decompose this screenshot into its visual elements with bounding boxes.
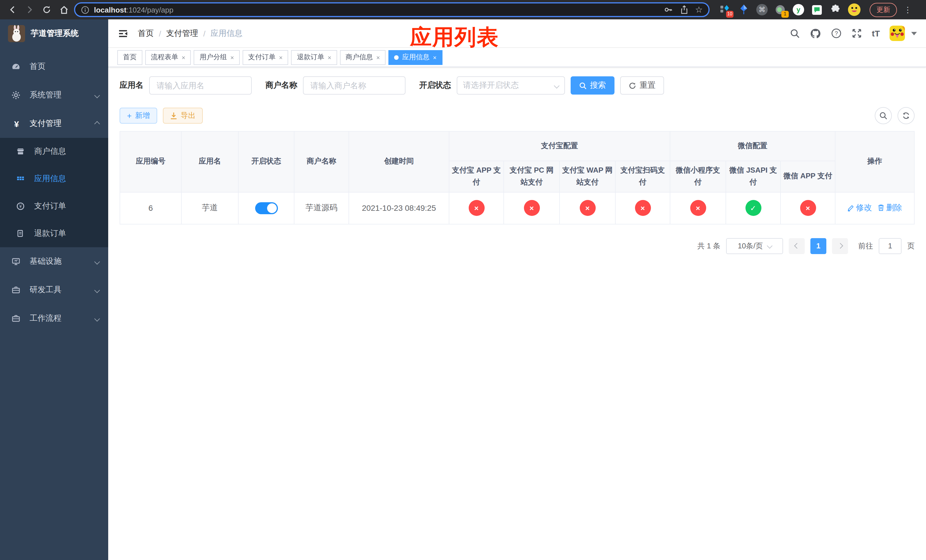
col-header-wx-jsapi: 微信 JSAPI 支付 bbox=[726, 161, 781, 192]
next-page-button[interactable] bbox=[832, 238, 848, 254]
close-icon[interactable]: × bbox=[433, 54, 437, 61]
app-name-input[interactable] bbox=[149, 76, 252, 95]
chevron-left-icon bbox=[794, 243, 800, 249]
reset-button[interactable]: 重置 bbox=[620, 76, 664, 95]
sidebar-item-home[interactable]: 首页 bbox=[0, 52, 108, 81]
chevron-down-icon bbox=[94, 92, 100, 98]
sidebar-item-pay-order[interactable]: ¥ 支付订单 bbox=[0, 192, 108, 220]
sidebar-item-devtools[interactable]: 研发工具 bbox=[0, 276, 108, 304]
chevron-right-icon bbox=[837, 243, 843, 249]
sidebar-item-label: 研发工具 bbox=[30, 285, 87, 295]
breadcrumb-level1[interactable]: 支付管理 bbox=[166, 28, 198, 38]
app-title: 芋道管理系统 bbox=[31, 29, 79, 39]
extensions-puzzle-icon[interactable] bbox=[829, 3, 842, 16]
browser-toolbar: localhost:1024/pay/app ☆ 10 ⌘ bbox=[0, 0, 926, 20]
status-toggle[interactable] bbox=[255, 202, 278, 214]
close-icon[interactable]: × bbox=[328, 54, 331, 61]
browser-update-button[interactable]: 更新 bbox=[870, 3, 897, 17]
tab-merchant-info[interactable]: 商户信息× bbox=[340, 50, 386, 65]
sidebar-item-merchant[interactable]: 商户信息 bbox=[0, 138, 108, 165]
add-button[interactable]: + 新增 bbox=[120, 107, 157, 124]
sidebar-item-pay[interactable]: ¥ 支付管理 bbox=[0, 109, 108, 138]
page-size-select[interactable]: 10条/页 bbox=[726, 238, 783, 254]
tab-user-group[interactable]: 用户分组× bbox=[194, 50, 240, 65]
browser-menu-icon[interactable]: ⋮ bbox=[904, 5, 912, 14]
url-bar[interactable]: localhost:1024/pay/app ☆ bbox=[74, 2, 710, 17]
show-search-icon-button[interactable] bbox=[875, 107, 892, 124]
app-table: 应用编号 应用名 开启状态 商户名称 创建时间 支付宝配置 微信配置 操作 支付… bbox=[120, 131, 915, 224]
reload-icon[interactable] bbox=[40, 3, 53, 17]
font-size-icon[interactable]: tT bbox=[872, 29, 880, 38]
chevron-down-icon bbox=[554, 83, 560, 88]
kite-extension-icon[interactable] bbox=[737, 3, 750, 16]
chat-extension-icon[interactable] bbox=[810, 3, 823, 16]
col-header-app-name: 应用名 bbox=[182, 131, 238, 192]
merchant-name-input[interactable] bbox=[303, 76, 406, 95]
status-select[interactable]: 请选择开启状态 bbox=[457, 76, 565, 95]
close-icon[interactable]: × bbox=[377, 54, 380, 61]
toolbox-icon bbox=[11, 285, 22, 295]
profile-avatar[interactable] bbox=[848, 3, 861, 16]
col-header-app-id: 应用编号 bbox=[120, 131, 182, 192]
monitor-icon bbox=[11, 257, 22, 266]
sidebar-collapse-icon[interactable] bbox=[117, 28, 129, 39]
chevron-down-icon bbox=[767, 243, 772, 249]
tab-refund-order[interactable]: 退款订单× bbox=[291, 50, 337, 65]
search-button[interactable]: 搜索 bbox=[570, 76, 614, 95]
site-info-icon[interactable] bbox=[81, 5, 89, 14]
sidebar-item-infra[interactable]: 基础设施 bbox=[0, 247, 108, 276]
help-icon[interactable]: ? bbox=[831, 28, 842, 39]
col-header-created: 创建时间 bbox=[349, 131, 449, 192]
close-icon[interactable]: × bbox=[182, 54, 185, 61]
goto-label: 前往 bbox=[858, 241, 873, 251]
export-button[interactable]: 导出 bbox=[163, 107, 203, 124]
top-navbar: 首页 / 支付管理 / 应用信息 应用列表 ? bbox=[108, 20, 926, 48]
close-icon[interactable]: × bbox=[279, 54, 283, 61]
delete-link[interactable]: 删除 bbox=[878, 203, 902, 213]
user-avatar[interactable] bbox=[890, 26, 905, 41]
github-icon[interactable] bbox=[810, 28, 821, 39]
group-header-alipay: 支付宝配置 bbox=[449, 131, 670, 161]
sidebar-item-system[interactable]: 系统管理 bbox=[0, 81, 108, 109]
goto-page-input[interactable] bbox=[879, 238, 902, 254]
tab-process-form[interactable]: 流程表单× bbox=[145, 50, 191, 65]
gear-icon bbox=[11, 91, 22, 100]
alipay-scan-disabled-icon: × bbox=[635, 200, 651, 216]
password-key-icon[interactable] bbox=[664, 5, 673, 14]
alipay-pc-disabled-icon: × bbox=[524, 200, 540, 216]
extension-blocks-icon[interactable]: 10 bbox=[719, 3, 731, 16]
fullscreen-icon[interactable] bbox=[851, 28, 862, 39]
pencil-icon bbox=[847, 205, 854, 212]
sidebar-item-workflow[interactable]: 工作流程 bbox=[0, 304, 108, 333]
tab-pay-order[interactable]: 支付订单× bbox=[243, 50, 289, 65]
home-icon[interactable] bbox=[57, 3, 71, 17]
extension-badge: 10 bbox=[726, 11, 734, 18]
edit-link[interactable]: 修改 bbox=[847, 203, 872, 213]
sidebar-item-app-info[interactable]: 应用信息 bbox=[0, 165, 108, 192]
bookmark-star-icon[interactable]: ☆ bbox=[695, 5, 703, 15]
tab-app-info[interactable]: 应用信息× bbox=[388, 50, 442, 65]
sidebar: 芋道管理系统 首页 系统管理 ¥ 支付管 bbox=[0, 20, 108, 560]
y-logo-extension-icon[interactable]: y bbox=[793, 4, 804, 15]
breadcrumb-current: 应用信息 bbox=[211, 28, 243, 38]
sidebar-item-refund-order[interactable]: 退款订单 bbox=[0, 220, 108, 247]
forward-icon[interactable] bbox=[23, 3, 36, 17]
refresh-icon-button[interactable] bbox=[897, 107, 915, 124]
cell-merchant: 芋道源码 bbox=[294, 192, 349, 224]
tab-home[interactable]: 首页 bbox=[117, 50, 142, 65]
breadcrumb-home[interactable]: 首页 bbox=[138, 28, 154, 38]
avatar-caret-icon[interactable] bbox=[911, 32, 917, 35]
cell-status bbox=[238, 192, 294, 224]
close-icon[interactable]: × bbox=[230, 54, 234, 61]
command-extension-icon[interactable]: ⌘ bbox=[756, 4, 768, 15]
tags-view-bar: 首页 流程表单× 用户分组× 支付订单× 退款订单× 商户信息× 应用信息× bbox=[108, 48, 926, 67]
sidebar-logo[interactable]: 芋道管理系统 bbox=[0, 20, 108, 48]
page-number-1[interactable]: 1 bbox=[810, 238, 826, 254]
search-icon[interactable] bbox=[790, 28, 800, 38]
recorder-extension-icon[interactable]: 1 bbox=[774, 3, 787, 16]
share-icon[interactable] bbox=[680, 5, 688, 14]
toolbox-icon bbox=[11, 314, 22, 323]
prev-page-button[interactable] bbox=[789, 238, 805, 254]
back-icon[interactable] bbox=[6, 3, 20, 17]
col-header-operations: 操作 bbox=[835, 131, 914, 192]
